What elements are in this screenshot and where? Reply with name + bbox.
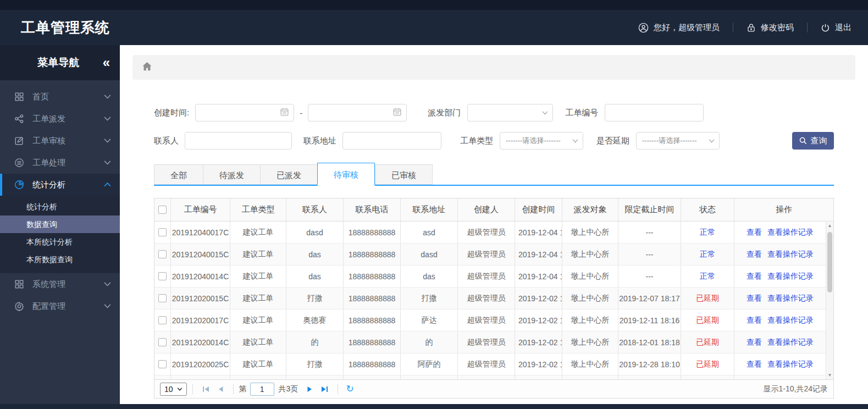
order-type-select[interactable]: -------请选择------- <box>500 132 583 150</box>
view-log-link[interactable]: 查看操作记录 <box>767 316 814 325</box>
search-button-label: 查询 <box>811 136 827 146</box>
row-select-cell <box>154 309 171 331</box>
view-log-link[interactable]: 查看操作记录 <box>767 272 814 281</box>
contact-label: 联系人 <box>154 136 179 146</box>
tab-全部[interactable]: 全部 <box>154 164 203 185</box>
row-checkbox[interactable] <box>158 360 167 368</box>
table-row-partial <box>154 375 826 379</box>
current-page-input[interactable] <box>250 383 274 396</box>
view-log-link[interactable]: 查看操作记录 <box>767 228 814 237</box>
view-link[interactable]: 查看 <box>747 272 762 281</box>
cell-phone: 18888888888 <box>344 331 401 353</box>
scroll-up-icon[interactable]: ▲ <box>828 222 832 230</box>
power-icon <box>821 23 830 32</box>
table-row: 201912040014C建议工单das18888888888das超级管理员2… <box>154 266 826 288</box>
chevron-down-icon <box>104 161 111 165</box>
cell-empty <box>230 375 286 379</box>
view-link[interactable]: 查看 <box>747 228 762 237</box>
order-no-label: 工单编号 <box>565 108 598 118</box>
row-checkbox[interactable] <box>158 338 167 346</box>
status-badge: 正常 <box>681 222 734 243</box>
sidebar-item-配置管理[interactable]: 配置管理 <box>0 295 120 317</box>
end-date-input[interactable] <box>308 104 407 121</box>
prev-page-button[interactable] <box>218 386 224 393</box>
scrollbar-thumb[interactable] <box>827 232 832 292</box>
start-date-input[interactable] <box>195 104 294 121</box>
scroll-down-icon[interactable]: ▼ <box>828 372 832 379</box>
app-title: 工单管理系统 <box>21 18 110 37</box>
tab-已审核[interactable]: 已审核 <box>375 164 433 185</box>
view-link[interactable]: 查看 <box>747 338 762 347</box>
main-content: 创建时间: - 派发部门 工单编号 <box>120 45 868 404</box>
address-input[interactable] <box>342 132 441 150</box>
search-button[interactable]: 查询 <box>792 132 834 150</box>
sidebar-subitem-本所数据查询[interactable]: 本所数据查询 <box>0 251 120 268</box>
cell-order-no: 201912040014C <box>171 266 230 287</box>
row-actions: 查看查看操作记录 <box>734 353 826 375</box>
column-header: 工单类型 <box>230 198 286 222</box>
next-page-button[interactable] <box>307 386 313 393</box>
row-checkbox[interactable] <box>158 228 167 236</box>
row-checkbox[interactable] <box>158 272 167 280</box>
view-link[interactable]: 查看 <box>747 294 762 303</box>
calendar-icon[interactable] <box>280 107 289 119</box>
cell-creator: 超级管理员 <box>458 288 515 309</box>
row-select-cell <box>154 331 171 353</box>
dispatch-dept-select[interactable] <box>467 104 553 121</box>
tab-已派发[interactable]: 已派发 <box>260 164 317 185</box>
sidebar-subitem-统计分析[interactable]: 统计分析 <box>0 198 120 215</box>
order-no-input[interactable] <box>605 104 704 121</box>
row-checkbox[interactable] <box>158 316 167 324</box>
column-header: 创建人 <box>458 198 515 222</box>
sidebar-item-首页[interactable]: 首页 <box>0 86 120 108</box>
chevron-down-icon <box>104 117 111 121</box>
column-header: 创建时间 <box>515 198 562 222</box>
tab-待派发[interactable]: 待派发 <box>203 164 260 185</box>
sidebar-subitem-本所统计分析[interactable]: 本所统计分析 <box>0 233 120 251</box>
last-page-button[interactable] <box>320 386 328 393</box>
logout-button[interactable]: 退出 <box>821 23 852 33</box>
sidebar-subitem-数据查询[interactable]: 数据查询 <box>0 215 120 233</box>
divider <box>192 384 193 394</box>
user-greeting[interactable]: 您好，超级管理员 <box>638 23 720 33</box>
calendar-icon[interactable] <box>392 107 402 119</box>
row-checkbox[interactable] <box>158 294 167 302</box>
view-link[interactable]: 查看 <box>747 250 762 259</box>
contact-input[interactable] <box>185 132 292 150</box>
sidebar-item-统计分析[interactable]: 统计分析 <box>0 174 120 196</box>
scrollbar-track[interactable] <box>826 230 833 372</box>
column-header: 派发对象 <box>562 198 618 222</box>
page-size-select[interactable]: 10 <box>160 383 187 396</box>
row-checkbox[interactable] <box>158 250 167 258</box>
cell-contact: 的 <box>286 331 344 353</box>
change-password-button[interactable]: 修改密码 <box>747 23 794 33</box>
view-link[interactable]: 查看 <box>747 316 762 325</box>
view-log-link[interactable]: 查看操作记录 <box>767 360 814 369</box>
select-all-checkbox[interactable] <box>158 206 167 214</box>
gear-icon <box>14 301 25 311</box>
sidebar-item-系统管理[interactable]: 系统管理 <box>0 273 120 295</box>
first-page-button[interactable] <box>202 386 210 393</box>
cell-creator: 超级管理员 <box>458 309 515 331</box>
view-log-link[interactable]: 查看操作记录 <box>767 250 814 259</box>
view-link[interactable]: 查看 <box>747 360 762 369</box>
delay-select[interactable]: -------请选择------- <box>636 132 720 150</box>
home-icon[interactable] <box>142 62 152 74</box>
tab-待审核[interactable]: 待审核 <box>317 163 375 186</box>
sidebar-item-工单审核[interactable]: 工单审核 <box>0 130 120 152</box>
status-badge: 已延期 <box>681 288 734 309</box>
table-scrollbar[interactable]: ▲ ▼ <box>826 222 833 379</box>
view-log-link[interactable]: 查看操作记录 <box>767 338 814 347</box>
cell-empty <box>734 375 826 379</box>
filter-row-2: 联系人 联系地址 工单类型 -------请选择------- 是否延期 ---… <box>154 132 834 150</box>
sidebar-item-工单处理[interactable]: 工单处理 <box>0 152 120 174</box>
cell-phone: 18888888888 <box>344 288 401 309</box>
sidebar-item-工单派发[interactable]: 工单派发 <box>0 108 120 130</box>
cell-order-no: 201912020025C <box>171 353 230 375</box>
refresh-icon[interactable]: ↻ <box>346 383 353 395</box>
table-header-row: 工单编号工单类型联系人联系电话联系地址创建人创建时间派发对象限定截止时间状态操作 <box>154 198 833 222</box>
page-prefix: 第 <box>239 384 247 394</box>
view-log-link[interactable]: 查看操作记录 <box>767 294 814 303</box>
sidebar-collapse-icon[interactable]: « <box>103 56 110 69</box>
status-badge: 已延期 <box>681 309 734 331</box>
